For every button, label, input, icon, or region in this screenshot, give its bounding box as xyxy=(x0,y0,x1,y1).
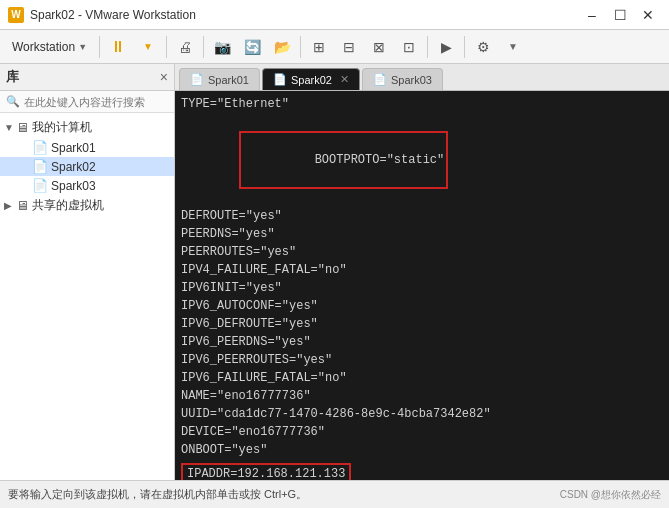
remote-button[interactable]: ▶ xyxy=(432,33,460,61)
pause-button[interactable]: ⏸ xyxy=(104,33,132,61)
terminal-line-highlight: BOOTPROTO="static" xyxy=(181,113,663,207)
terminal-line: IPV4_FAILURE_FATAL="no" xyxy=(181,261,663,279)
terminal-line: IPV6INIT="yes" xyxy=(181,279,663,297)
terminal-line: DEFROUTE="yes" xyxy=(181,207,663,225)
terminal-line: IPV6_FAILURE_FATAL="no" xyxy=(181,369,663,387)
maximize-button[interactable]: ☐ xyxy=(607,5,633,25)
terminal[interactable]: TYPE="Ethernet" BOOTPROTO="static" DEFRO… xyxy=(175,91,669,480)
expand-spark01 xyxy=(20,142,32,153)
title-bar-left: W Spark02 - VMware Workstation xyxy=(8,7,196,23)
window-title: Spark02 - VMware Workstation xyxy=(30,8,196,22)
sep-3 xyxy=(203,36,204,58)
terminal-line: ONBOOT="yes" xyxy=(181,441,663,459)
tree-node-spark03[interactable]: 📄 Spark03 xyxy=(0,176,174,195)
terminal-ip-line: IPADDR=192.168.121.133 xyxy=(187,465,345,480)
vm-icon-spark03: 📄 xyxy=(32,178,48,193)
menu-bar: Workstation ▼ ⏸ ▼ 🖨 📷 🔄 📂 ⊞ ⊟ ⊠ ⊡ ▶ ⚙ ▼ xyxy=(0,30,669,64)
search-icon: 🔍 xyxy=(6,95,20,108)
tab-label-spark01: Spark01 xyxy=(208,74,249,86)
sep-4 xyxy=(300,36,301,58)
tab-spark01[interactable]: 📄 Spark01 xyxy=(179,68,260,90)
close-button[interactable]: ✕ xyxy=(635,5,661,25)
sep-2 xyxy=(166,36,167,58)
pause-arrow-button[interactable]: ▼ xyxy=(134,33,162,61)
vm-btn1[interactable]: ⊞ xyxy=(305,33,333,61)
my-computer-label: 我的计算机 xyxy=(32,119,92,136)
sidebar: 库 × 🔍 ▼ 🖥 我的计算机 📄 Spark01 xyxy=(0,64,175,480)
computer-icon: 🖥 xyxy=(16,120,29,135)
sidebar-title: 库 xyxy=(6,68,19,86)
status-bar: 要将输入定向到该虚拟机，请在虚拟机内部单击或按 Ctrl+G。 CSDN @想你… xyxy=(0,480,669,508)
tab-icon-spark03: 📄 xyxy=(373,73,387,86)
spark01-label: Spark01 xyxy=(51,141,96,155)
sidebar-tree: ▼ 🖥 我的计算机 📄 Spark01 📄 Spark02 xyxy=(0,113,174,480)
title-bar: W Spark02 - VMware Workstation – ☐ ✕ xyxy=(0,0,669,30)
vm-icon-spark01: 📄 xyxy=(32,140,48,155)
terminal-line: IPV6_PEERDNS="yes" xyxy=(181,333,663,351)
terminal-highlighted-block: IPADDR=192.168.121.133 NETMASK=255.255.2… xyxy=(181,463,351,480)
vm-btn4[interactable]: ⊡ xyxy=(395,33,423,61)
shared-icon: 🖥 xyxy=(16,198,29,213)
tab-icon-spark01: 📄 xyxy=(190,73,204,86)
sep-6 xyxy=(464,36,465,58)
window-controls: – ☐ ✕ xyxy=(579,5,661,25)
app-icon-label: W xyxy=(11,9,20,20)
terminal-line: UUID="cda1dc77-1470-4286-8e9c-4bcba7342e… xyxy=(181,405,663,423)
tree-node-spark02[interactable]: 📄 Spark02 xyxy=(0,157,174,176)
expand-spark02 xyxy=(20,161,32,172)
expand-my-computer[interactable]: ▼ xyxy=(4,122,16,133)
workstation-menu[interactable]: Workstation ▼ xyxy=(4,36,95,58)
sidebar-header: 库 × xyxy=(0,64,174,91)
main-area: 库 × 🔍 ▼ 🖥 我的计算机 📄 Spark01 xyxy=(0,64,669,480)
workstation-arrow: ▼ xyxy=(78,42,87,52)
spark02-label: Spark02 xyxy=(51,160,96,174)
terminal-line: IPV6_AUTOCONF="yes" xyxy=(181,297,663,315)
snapshot2-button[interactable]: 🔄 xyxy=(238,33,266,61)
terminal-line: IPV6_PEERROUTES="yes" xyxy=(181,351,663,369)
snapshot1-button[interactable]: 📷 xyxy=(208,33,236,61)
workstation-label: Workstation xyxy=(12,40,75,54)
expand-spark03 xyxy=(20,180,32,191)
status-text: 要将输入定向到该虚拟机，请在虚拟机内部单击或按 Ctrl+G。 xyxy=(8,487,560,502)
tab-label-spark03: Spark03 xyxy=(391,74,432,86)
app-icon: W xyxy=(8,7,24,23)
sep-5 xyxy=(427,36,428,58)
sidebar-close-button[interactable]: × xyxy=(160,69,168,85)
shared-label: 共享的虚拟机 xyxy=(32,197,104,214)
search-input[interactable] xyxy=(24,96,168,108)
spark03-label: Spark03 xyxy=(51,179,96,193)
terminal-line: PEERDNS="yes" xyxy=(181,225,663,243)
terminal-line: NAME="eno16777736" xyxy=(181,387,663,405)
terminal-line: IPV6_DEFROUTE="yes" xyxy=(181,315,663,333)
sidebar-search: 🔍 xyxy=(0,91,174,113)
snapshot3-button[interactable]: 📂 xyxy=(268,33,296,61)
tree-node-my-computer[interactable]: ▼ 🖥 我的计算机 xyxy=(0,117,174,138)
tab-spark02[interactable]: 📄 Spark02 ✕ xyxy=(262,68,360,90)
tab-label-spark02: Spark02 xyxy=(291,74,332,86)
tab-spark03[interactable]: 📄 Spark03 xyxy=(362,68,443,90)
sep-1 xyxy=(99,36,100,58)
tree-node-spark01[interactable]: 📄 Spark01 xyxy=(0,138,174,157)
vm-btn3[interactable]: ⊠ xyxy=(365,33,393,61)
terminal-line: TYPE="Ethernet" xyxy=(181,95,663,113)
tab-icon-spark02: 📄 xyxy=(273,73,287,86)
minimize-button[interactable]: – xyxy=(579,5,605,25)
settings-button[interactable]: ⚙ xyxy=(469,33,497,61)
vm-icon-spark02: 📄 xyxy=(32,159,48,174)
status-right: CSDN @想你依然必经 xyxy=(560,488,661,502)
print-button[interactable]: 🖨 xyxy=(171,33,199,61)
tabs-bar: 📄 Spark01 📄 Spark02 ✕ 📄 Spark03 xyxy=(175,64,669,91)
tree-node-shared[interactable]: ▶ 🖥 共享的虚拟机 xyxy=(0,195,174,216)
terminal-line: DEVICE="eno16777736" xyxy=(181,423,663,441)
vm-btn2[interactable]: ⊟ xyxy=(335,33,363,61)
settings-arrow-button[interactable]: ▼ xyxy=(499,33,527,61)
content-area: 📄 Spark01 📄 Spark02 ✕ 📄 Spark03 TYPE="Et… xyxy=(175,64,669,480)
expand-shared[interactable]: ▶ xyxy=(4,200,16,211)
terminal-line: PEERROUTES="yes" xyxy=(181,243,663,261)
tab-close-spark02[interactable]: ✕ xyxy=(340,73,349,86)
